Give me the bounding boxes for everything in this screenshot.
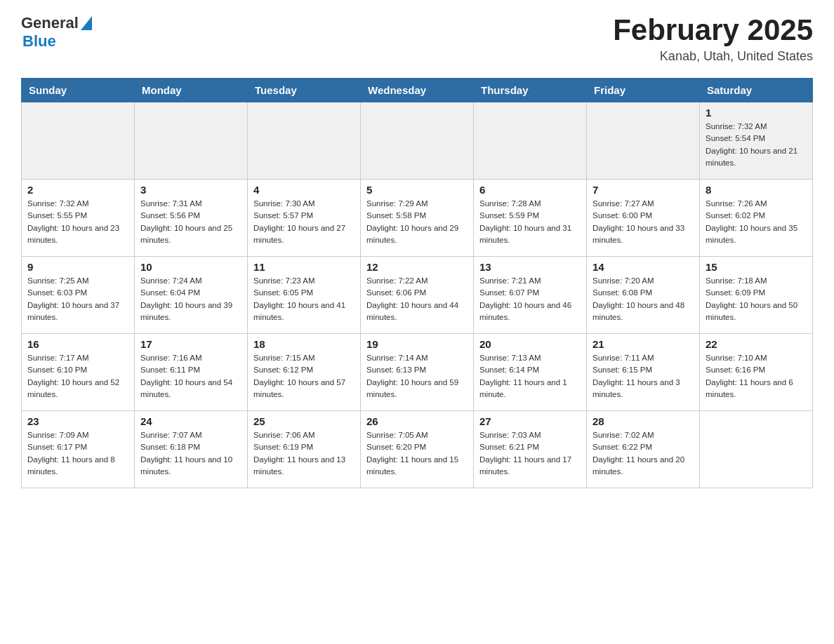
header-tuesday: Tuesday — [248, 79, 361, 102]
calendar-cell: 5Sunrise: 7:29 AMSunset: 5:58 PMDaylight… — [361, 180, 474, 257]
day-number: 7 — [593, 184, 694, 196]
header-wednesday: Wednesday — [361, 79, 474, 102]
day-number: 6 — [479, 184, 581, 196]
day-number: 4 — [253, 184, 355, 196]
calendar-cell: 2Sunrise: 7:32 AMSunset: 5:55 PMDaylight… — [22, 180, 135, 257]
sun-info: Sunrise: 7:03 AMSunset: 6:21 PMDaylight:… — [479, 429, 581, 478]
calendar-week-3: 16Sunrise: 7:17 AMSunset: 6:10 PMDayligh… — [22, 334, 813, 411]
day-number: 16 — [27, 338, 128, 350]
day-number: 21 — [593, 338, 694, 350]
header-saturday: Saturday — [700, 79, 813, 102]
sun-info: Sunrise: 7:02 AMSunset: 6:22 PMDaylight:… — [593, 429, 694, 478]
calendar-title: February 2025 — [613, 14, 813, 46]
calendar-cell: 20Sunrise: 7:13 AMSunset: 6:14 PMDayligh… — [474, 334, 587, 411]
sun-info: Sunrise: 7:24 AMSunset: 6:04 PMDaylight:… — [140, 275, 241, 323]
sun-info: Sunrise: 7:17 AMSunset: 6:10 PMDaylight:… — [27, 352, 128, 401]
calendar-cell: 8Sunrise: 7:26 AMSunset: 6:02 PMDaylight… — [700, 180, 813, 257]
sun-info: Sunrise: 7:30 AMSunset: 5:57 PMDaylight:… — [253, 198, 355, 246]
calendar-cell: 23Sunrise: 7:09 AMSunset: 6:17 PMDayligh… — [22, 411, 135, 488]
calendar-cell — [700, 411, 813, 488]
day-number: 22 — [706, 338, 807, 350]
sun-info: Sunrise: 7:18 AMSunset: 6:09 PMDaylight:… — [706, 275, 807, 323]
day-number: 18 — [253, 338, 355, 350]
day-number: 24 — [140, 415, 241, 427]
logo-general-text: General — [21, 14, 79, 32]
logo-blue-text: Blue — [22, 32, 56, 50]
header-thursday: Thursday — [474, 79, 587, 102]
svg-marker-0 — [81, 16, 92, 30]
sun-info: Sunrise: 7:32 AMSunset: 5:54 PMDaylight:… — [706, 121, 807, 169]
calendar-cell — [135, 102, 248, 180]
day-number: 20 — [479, 338, 581, 350]
day-number: 3 — [140, 184, 241, 196]
calendar-cell — [587, 102, 700, 180]
calendar-cell: 10Sunrise: 7:24 AMSunset: 6:04 PMDayligh… — [135, 257, 248, 334]
header-monday: Monday — [135, 79, 248, 102]
calendar-cell: 27Sunrise: 7:03 AMSunset: 6:21 PMDayligh… — [474, 411, 587, 488]
day-number: 11 — [253, 261, 355, 273]
sun-info: Sunrise: 7:05 AMSunset: 6:20 PMDaylight:… — [366, 429, 468, 478]
sun-info: Sunrise: 7:32 AMSunset: 5:55 PMDaylight:… — [27, 198, 128, 246]
sun-info: Sunrise: 7:09 AMSunset: 6:17 PMDaylight:… — [27, 429, 128, 478]
sun-info: Sunrise: 7:10 AMSunset: 6:16 PMDaylight:… — [706, 352, 807, 401]
calendar-cell: 24Sunrise: 7:07 AMSunset: 6:18 PMDayligh… — [135, 411, 248, 488]
day-number: 2 — [27, 184, 128, 196]
title-block: February 2025 Kanab, Utah, United States — [613, 14, 813, 64]
calendar-cell — [22, 102, 135, 180]
calendar-cell: 25Sunrise: 7:06 AMSunset: 6:19 PMDayligh… — [248, 411, 361, 488]
calendar-cell: 16Sunrise: 7:17 AMSunset: 6:10 PMDayligh… — [22, 334, 135, 411]
sun-info: Sunrise: 7:11 AMSunset: 6:15 PMDaylight:… — [593, 352, 694, 401]
sun-info: Sunrise: 7:13 AMSunset: 6:14 PMDaylight:… — [479, 352, 581, 401]
calendar-cell: 7Sunrise: 7:27 AMSunset: 6:00 PMDaylight… — [587, 180, 700, 257]
page-header: General Blue February 2025 Kanab, Utah, … — [21, 14, 813, 64]
day-number: 17 — [140, 338, 241, 350]
sun-info: Sunrise: 7:28 AMSunset: 5:59 PMDaylight:… — [479, 198, 581, 246]
calendar-cell: 26Sunrise: 7:05 AMSunset: 6:20 PMDayligh… — [361, 411, 474, 488]
header-sunday: Sunday — [22, 79, 135, 102]
calendar-header-row: SundayMondayTuesdayWednesdayThursdayFrid… — [22, 79, 813, 102]
day-number: 9 — [27, 261, 128, 273]
calendar-cell: 9Sunrise: 7:25 AMSunset: 6:03 PMDaylight… — [22, 257, 135, 334]
day-number: 14 — [593, 261, 694, 273]
calendar-cell: 18Sunrise: 7:15 AMSunset: 6:12 PMDayligh… — [248, 334, 361, 411]
day-number: 19 — [366, 338, 468, 350]
day-number: 12 — [366, 261, 468, 273]
calendar-cell — [248, 102, 361, 180]
sun-info: Sunrise: 7:20 AMSunset: 6:08 PMDaylight:… — [593, 275, 694, 323]
calendar-cell: 19Sunrise: 7:14 AMSunset: 6:13 PMDayligh… — [361, 334, 474, 411]
calendar-week-2: 9Sunrise: 7:25 AMSunset: 6:03 PMDaylight… — [22, 257, 813, 334]
day-number: 13 — [479, 261, 581, 273]
calendar-cell — [474, 102, 587, 180]
calendar-cell: 12Sunrise: 7:22 AMSunset: 6:06 PMDayligh… — [361, 257, 474, 334]
logo: General Blue — [21, 14, 92, 51]
calendar-week-4: 23Sunrise: 7:09 AMSunset: 6:17 PMDayligh… — [22, 411, 813, 488]
calendar-cell — [361, 102, 474, 180]
day-number: 26 — [366, 415, 468, 427]
calendar-week-1: 2Sunrise: 7:32 AMSunset: 5:55 PMDaylight… — [22, 180, 813, 257]
sun-info: Sunrise: 7:31 AMSunset: 5:56 PMDaylight:… — [140, 198, 241, 246]
sun-info: Sunrise: 7:26 AMSunset: 6:02 PMDaylight:… — [706, 198, 807, 246]
sun-info: Sunrise: 7:07 AMSunset: 6:18 PMDaylight:… — [140, 429, 241, 478]
logo-triangle-icon — [81, 16, 92, 30]
sun-info: Sunrise: 7:22 AMSunset: 6:06 PMDaylight:… — [366, 275, 468, 323]
calendar-cell: 17Sunrise: 7:16 AMSunset: 6:11 PMDayligh… — [135, 334, 248, 411]
calendar-cell: 21Sunrise: 7:11 AMSunset: 6:15 PMDayligh… — [587, 334, 700, 411]
day-number: 15 — [706, 261, 807, 273]
sun-info: Sunrise: 7:23 AMSunset: 6:05 PMDaylight:… — [253, 275, 355, 323]
calendar-week-0: 1Sunrise: 7:32 AMSunset: 5:54 PMDaylight… — [22, 102, 813, 180]
calendar-cell: 1Sunrise: 7:32 AMSunset: 5:54 PMDaylight… — [700, 102, 813, 180]
calendar-cell: 3Sunrise: 7:31 AMSunset: 5:56 PMDaylight… — [135, 180, 248, 257]
day-number: 8 — [706, 184, 807, 196]
sun-info: Sunrise: 7:25 AMSunset: 6:03 PMDaylight:… — [27, 275, 128, 323]
calendar-cell: 22Sunrise: 7:10 AMSunset: 6:16 PMDayligh… — [700, 334, 813, 411]
day-number: 25 — [253, 415, 355, 427]
sun-info: Sunrise: 7:27 AMSunset: 6:00 PMDaylight:… — [593, 198, 694, 246]
day-number: 23 — [27, 415, 128, 427]
day-number: 28 — [593, 415, 694, 427]
sun-info: Sunrise: 7:16 AMSunset: 6:11 PMDaylight:… — [140, 352, 241, 401]
day-number: 27 — [479, 415, 581, 427]
header-friday: Friday — [587, 79, 700, 102]
calendar-cell: 28Sunrise: 7:02 AMSunset: 6:22 PMDayligh… — [587, 411, 700, 488]
sun-info: Sunrise: 7:21 AMSunset: 6:07 PMDaylight:… — [479, 275, 581, 323]
sun-info: Sunrise: 7:06 AMSunset: 6:19 PMDaylight:… — [253, 429, 355, 478]
